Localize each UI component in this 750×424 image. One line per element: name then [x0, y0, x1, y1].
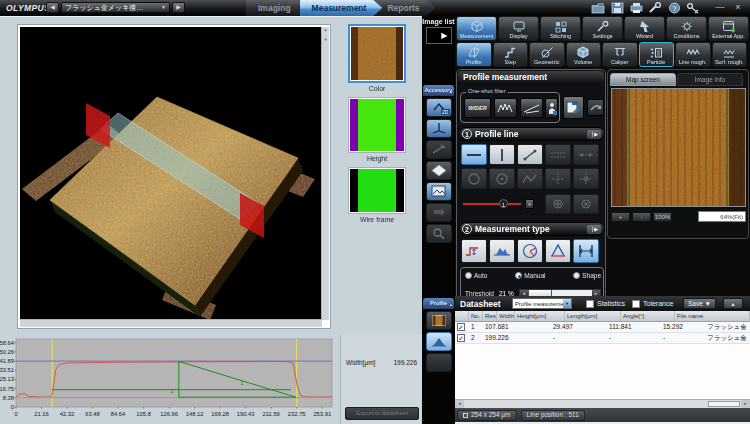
zoom-in-button[interactable]: +	[611, 212, 630, 222]
tab-imaging[interactable]: Imaging	[246, 0, 307, 16]
tab-reports[interactable]: Reports	[375, 0, 435, 16]
accessory-2d-button[interactable]: 2D	[426, 98, 452, 117]
column-header-0[interactable]: No.	[469, 311, 483, 321]
step-height-measure-button[interactable]	[461, 239, 487, 263]
measurement-type-options-button[interactable]: ❘▶	[587, 225, 601, 234]
row-checkbox[interactable]: ✓	[455, 322, 469, 332]
line-free-button[interactable]	[517, 144, 543, 165]
radio-manual[interactable]: Manual	[515, 272, 545, 279]
thumbnail-wireframe[interactable]	[348, 167, 406, 214]
peak-measure-button[interactable]	[545, 239, 571, 263]
line-vertical-button[interactable]	[489, 144, 515, 165]
line-circle-button[interactable]	[461, 168, 487, 189]
line-polyline-button[interactable]	[517, 168, 543, 189]
accessory-group-header[interactable]: Accessory▲	[423, 85, 454, 96]
column-header-6[interactable]: File name	[675, 311, 750, 321]
zoom-value-box[interactable]: 64%(Fit)	[698, 211, 746, 222]
print-icon[interactable]	[628, 1, 644, 14]
datasheet-collapse-button[interactable]: ▲	[723, 298, 743, 309]
delete-line-button[interactable]	[573, 194, 599, 214]
save-dropdown-button[interactable]: Save ▼	[683, 298, 716, 309]
profile-height-image-button[interactable]	[426, 332, 452, 351]
zoom-100-button[interactable]: 100%	[653, 212, 672, 222]
stitching-ribbon-button[interactable]: Stitching	[540, 16, 581, 41]
angle-measure-button[interactable]	[517, 239, 543, 263]
profile-line-options-button[interactable]: ❘▶	[587, 130, 601, 139]
thumbnail-height[interactable]	[348, 97, 406, 153]
profile-group-header[interactable]: Profile▲	[423, 298, 454, 309]
line-cross-rotate-button[interactable]	[573, 168, 599, 189]
column-header-1[interactable]: Result	[483, 311, 497, 321]
line-multi-button[interactable]	[573, 144, 599, 165]
display-ribbon-button[interactable]: Display	[498, 16, 539, 41]
statistics-checkbox[interactable]: Statistics	[586, 300, 625, 308]
caliper-ribbon-button[interactable]: Caliper	[602, 42, 638, 67]
conditions-ribbon-button[interactable]: Conditions	[666, 16, 707, 41]
profile-color-image-button[interactable]	[426, 311, 452, 330]
wider-filter-button[interactable]: WIDER	[464, 98, 491, 118]
help-icon[interactable]: ?	[666, 1, 682, 14]
profile-empty-slot-button[interactable]	[426, 353, 452, 372]
thumbnail-color[interactable]	[348, 24, 406, 83]
open-file-icon[interactable]	[590, 1, 606, 14]
accessory-plane-button[interactable]	[426, 161, 452, 180]
tilt-correction-button[interactable]	[520, 98, 543, 118]
line-parallel-button[interactable]	[545, 144, 571, 165]
accessory-line-tool-button[interactable]	[426, 140, 452, 159]
next-file-button[interactable]: ▶	[172, 2, 185, 13]
viewport-horizontal-scrollbar[interactable]	[20, 319, 322, 327]
scroll-right-arrow[interactable]: ►	[741, 400, 750, 408]
particle-ribbon-button[interactable]: Particle	[639, 42, 675, 67]
column-header-5[interactable]: Angle[°]	[621, 311, 675, 321]
smoothing-filter-button[interactable]	[494, 98, 517, 118]
geometric-ribbon-button[interactable]: Geometric	[529, 42, 565, 67]
line-width-spinner[interactable]: ▼	[525, 199, 534, 209]
datasheet-horizontal-scrollbar[interactable]: ◄ ►	[455, 399, 750, 408]
scroll-left-arrow[interactable]: ◄	[455, 400, 464, 408]
accessory-magnifier-button[interactable]	[426, 224, 452, 243]
accessory-send-button[interactable]	[426, 203, 452, 222]
undo-filter-button[interactable]	[587, 99, 604, 116]
image-operation-button[interactable]	[563, 96, 584, 119]
wizard-ribbon-button[interactable]: Wizard	[624, 16, 665, 41]
settings-ribbon-button[interactable]: Settings	[582, 16, 623, 41]
3d-render-view[interactable]	[20, 27, 322, 320]
profile-chart[interactable]: 08.3816.7525.1333.5141.8950.2658.64021.1…	[0, 335, 340, 424]
prev-file-button[interactable]: ◀	[46, 2, 59, 13]
radio-shape[interactable]: Shape	[573, 272, 601, 279]
datasheet-view-dropdown[interactable]: Profile measurement▼	[512, 298, 572, 309]
line-circle-center-button[interactable]	[489, 168, 515, 189]
width-measure-button[interactable]	[573, 239, 599, 263]
tab-map-screen[interactable]: Map screen	[610, 73, 676, 86]
accessory-image-button[interactable]	[426, 182, 452, 201]
tab-image-info[interactable]: Image info	[677, 73, 743, 86]
file-selector-dropdown[interactable]: フラッシュ金メッキ後… ▼	[61, 2, 170, 13]
area-measure-button[interactable]	[489, 239, 515, 263]
save-icon[interactable]	[609, 1, 625, 14]
column-header-2[interactable]: Width[μm]	[497, 311, 515, 321]
measurement-ribbon-button[interactable]: Measurement	[456, 16, 497, 41]
radio-auto[interactable]: Auto	[465, 272, 487, 279]
close-button[interactable]: ×	[730, 0, 746, 14]
datasheet-row[interactable]: ✓1107.68129.497111.84115.292フラッシュ金	[455, 322, 750, 333]
3d-viewport[interactable]: ▲▼	[17, 24, 331, 329]
step-ribbon-button[interactable]: Step	[493, 42, 529, 67]
tab-measurement[interactable]: Measurement	[300, 0, 383, 16]
datasheet-row[interactable]: ✓2199.226---フラッシュ金	[455, 333, 750, 344]
column-header-3[interactable]: Height[μm]	[515, 311, 565, 321]
export-to-datasheet-button[interactable]: Export to datasheet	[345, 407, 419, 420]
row-checkbox[interactable]: ✓	[455, 333, 469, 343]
minimize-button[interactable]: —	[712, 0, 728, 14]
accessory-3d-axis-button[interactable]	[426, 119, 452, 138]
key-icon[interactable]	[685, 1, 701, 14]
slider-thumb[interactable]: 1	[499, 199, 508, 208]
line-rough-ribbon-button[interactable]: Line rough.	[675, 42, 711, 67]
tolerance-checkbox[interactable]: Tolerance	[632, 300, 673, 308]
line-cross-button[interactable]	[545, 168, 571, 189]
profile-ribbon-button[interactable]: Profile	[456, 42, 492, 67]
volume-ribbon-button[interactable]: Volume	[566, 42, 602, 67]
scrollbar-thumb[interactable]	[708, 401, 740, 407]
noise-removal-button[interactable]	[545, 98, 558, 118]
viewport-vertical-scrollbar[interactable]: ▲▼	[321, 27, 329, 320]
external-app-ribbon-button[interactable]: External App.	[708, 16, 749, 41]
